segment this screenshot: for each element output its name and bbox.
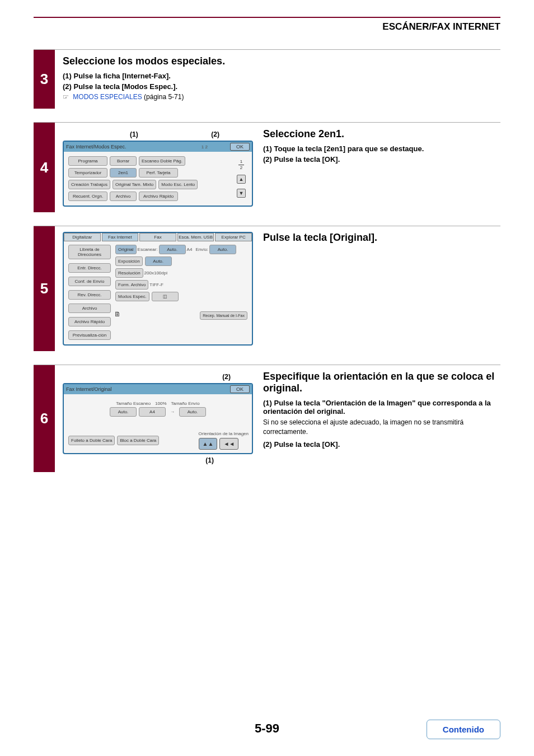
annot-4-1: (1) — [130, 130, 138, 138]
ok-button-6[interactable]: OK — [230, 385, 250, 393]
val-auto3: Auto. — [145, 256, 172, 266]
btn-orient-portrait[interactable]: ▲▲ — [199, 438, 218, 450]
btn-auto2[interactable]: Auto. — [179, 407, 206, 417]
step-number-4: 4 — [34, 123, 55, 212]
btn-archivo-rapido[interactable]: Archivo Rápido — [139, 192, 178, 201]
btn-temporizador[interactable]: Temporizador — [68, 168, 107, 178]
page-fraction: 12 — [238, 160, 244, 170]
arrow-up-icon[interactable]: ▲ — [237, 175, 246, 184]
ok-button[interactable]: OK — [230, 143, 250, 151]
btn-programa[interactable]: Programa — [68, 156, 107, 166]
btn-modos-espec[interactable]: Modos Espec. — [115, 292, 149, 301]
annot-6-1: (1) — [63, 456, 253, 464]
btn-orient-landscape[interactable]: ◄◄ — [219, 438, 238, 450]
pointer-icon: ☞ — [63, 93, 69, 101]
btn-form-archivo[interactable]: Form. Archivo — [115, 280, 148, 290]
lbl-tam-escaneo: Tamaño Escaneo — [116, 401, 151, 406]
lbl-pct: 100% — [155, 401, 166, 406]
step4-sub2: (2) Pulse la tecla [OK]. — [263, 155, 500, 164]
icon-12: 1 2 — [202, 144, 208, 150]
btn-archivo[interactable]: Archivo — [110, 192, 137, 201]
val-resolucion: 200x100dpi — [144, 270, 167, 276]
step3-sub2: (2) Pulse la tecla [Modos Espec.]. — [63, 82, 500, 91]
btn-escaneo-doble[interactable]: Escaneo Doble Pág. — [139, 156, 185, 166]
tab-esca-usb[interactable]: Esca. Mem. USB — [177, 233, 214, 241]
step4-sub1: (1) Toque la tecla [2en1] para que se de… — [263, 144, 500, 153]
lbl-escanear: Escanear: — [138, 247, 158, 252]
link-trail: (página 5-71) — [142, 93, 184, 101]
panel4-title: Fax Internet/Modos Espec. — [66, 144, 127, 150]
btn-exposicion[interactable]: Exposición — [115, 256, 143, 266]
step-number-6: 6 — [34, 365, 55, 472]
step3-link[interactable]: ☞ MODOS ESPECIALES (página 5-71) — [63, 93, 500, 101]
panel6-title: Fax Internet/Original — [66, 386, 112, 392]
lbl-tam-envio: Tamaño Envío — [171, 401, 200, 406]
modos-espec-icon: ◫ — [152, 292, 179, 301]
panel-modos-espec: Fax Internet/Modos Espec. 1 2 OK Program… — [63, 141, 253, 207]
lbl-envio: Envío: — [195, 247, 208, 252]
btn-archivo-rapido-side[interactable]: Archivo Rápido — [68, 317, 111, 326]
step3-heading: Seleccione los modos especiales. — [63, 55, 500, 67]
tab-explorar-pc[interactable]: Explorar PC — [215, 233, 252, 241]
step3-sub1: (1) Pulse la ficha [Internet-Fax]. — [63, 72, 500, 80]
btn-perf-tarjeta[interactable]: Perf. Tarjeta — [139, 168, 178, 178]
step-5: 5 Digitalizar Fax Internet Fax Esca. Mem… — [34, 226, 500, 351]
contenido-button[interactable]: Contenido — [427, 720, 500, 739]
step-3: 3 Seleccione los modos especiales. (1) P… — [34, 49, 500, 109]
tab-fax[interactable]: Fax — [139, 233, 176, 241]
btn-entr-direcc[interactable]: Entr. Direcc. — [68, 263, 111, 273]
btn-recep-manual[interactable]: Recep. Manual de I-Fax — [200, 311, 247, 320]
lbl-orientacion: Orientación de la Imagen — [199, 431, 249, 436]
step6-sub1: (1) Pulse la tecla "Orientación de la Im… — [263, 399, 500, 416]
annot-6-2: (2) — [63, 373, 253, 381]
val-a4: A4 — [187, 247, 193, 252]
btn-archivo-side[interactable]: Archivo — [68, 304, 111, 313]
arrow-down-icon[interactable]: ▼ — [237, 189, 246, 198]
panel-original: Fax Internet/Original OK Tamaño Escaneo … — [63, 383, 253, 454]
val-auto1: Auto. — [159, 245, 186, 254]
preview-icon[interactable]: 🗎 — [114, 310, 121, 321]
step4-heading: Seleccione 2en1. — [263, 128, 500, 140]
btn-rev-direcc[interactable]: Rev. Direcc. — [68, 290, 111, 300]
step-6: 6 (2) Fax Internet/Original OK Tamaño Es… — [34, 365, 500, 472]
val-auto2: Auto. — [209, 245, 236, 254]
panel-scanner-main: Digitalizar Fax Internet Fax Esca. Mem. … — [63, 232, 253, 346]
tab-digitalizar[interactable]: Digitalizar — [64, 233, 101, 241]
btn-modo-esc-lento[interactable]: Modo Esc. Lento — [158, 180, 198, 189]
btn-original[interactable]: Original — [115, 245, 137, 254]
btn-creacion-trabajos[interactable]: Creación Trabajos — [68, 180, 110, 189]
step-number-5: 5 — [34, 226, 55, 351]
link-text: MODOS ESPECIALES — [73, 93, 142, 101]
btn-previsualizacion[interactable]: Previsualiza-ción — [68, 330, 111, 340]
page-header: ESCÁNER/FAX INTERNET — [34, 21, 500, 32]
btn-a4[interactable]: A4 — [139, 407, 166, 417]
step-4: 4 (1) (2) Fax Internet/Modos Espec. 1 2 … — [34, 122, 500, 212]
annot-4-2: (2) — [211, 130, 219, 138]
arrow-icon: → — [167, 409, 178, 414]
step6-heading: Especifique la orientación en la que se … — [263, 371, 500, 394]
step5-heading: Pulse la tecla [Original]. — [263, 232, 500, 244]
btn-borrar[interactable]: Borrar — [110, 156, 137, 166]
btn-conf-envio[interactable]: Conf. de Envío — [68, 277, 111, 286]
step6-body1: Si no se selecciona el ajuste adecuado, … — [263, 418, 500, 437]
val-form-archivo: TIFF-F — [149, 282, 163, 287]
btn-recuent-orgn[interactable]: Recuent. Orgn. — [68, 192, 107, 201]
btn-resolucion[interactable]: Resolución — [115, 268, 143, 278]
btn-folleto-doble-cara[interactable]: Folleto a Doble Cara — [68, 436, 115, 445]
btn-libreta[interactable]: Libreta de Direcciones — [68, 245, 111, 259]
btn-original-tam-mixto[interactable]: Original Tam. Mixto — [113, 180, 156, 189]
btn-bloc-doble-cara[interactable]: Bloc a Doble Cara — [117, 436, 159, 445]
tab-fax-internet[interactable]: Fax Internet — [102, 233, 139, 241]
btn-2en1[interactable]: 2en1 — [110, 168, 137, 178]
btn-auto[interactable]: Auto. — [110, 407, 137, 417]
step6-sub2: (2) Pulse la tecla [OK]. — [263, 440, 500, 449]
step-number-3: 3 — [34, 50, 55, 109]
